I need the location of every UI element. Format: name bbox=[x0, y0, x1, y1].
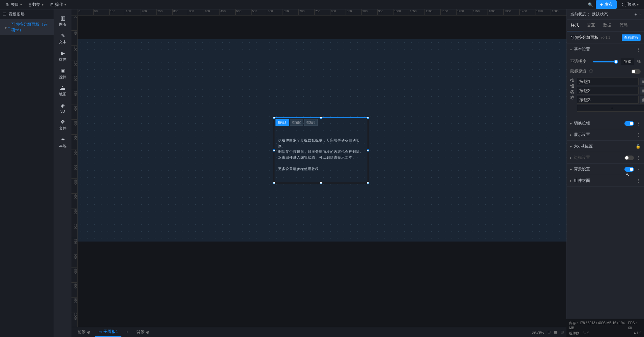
add-button[interactable]: + bbox=[577, 105, 644, 112]
grid-toggle-icon[interactable]: ⊞ bbox=[561, 330, 564, 334]
widget-tab-3[interactable]: 按钮3 bbox=[304, 119, 318, 126]
canvas-content[interactable]: 按钮1 按钮2 按钮3 该组件由多个分组面板组成，可实现手动或自动切换。 删除某… bbox=[78, 39, 566, 242]
section-size-position[interactable]: ▸ 大小&位置 🔒 bbox=[567, 141, 644, 152]
footer-tab-label: 子看板1 bbox=[104, 329, 118, 335]
slider-thumb[interactable] bbox=[614, 60, 618, 64]
tool-3d[interactable]: ◈ 3D bbox=[54, 100, 71, 116]
more-icon[interactable]: ⋮ bbox=[636, 132, 641, 138]
canvas-viewport[interactable]: 0501001502002503003504004505005506006507… bbox=[71, 9, 566, 327]
properties-panel: 当前状态： 默认状态 + › 样式 交互 数据 代码 可切换分组面板 v0.1.… bbox=[566, 9, 644, 337]
background-toggle[interactable] bbox=[624, 167, 634, 172]
tool-local[interactable]: ✦ 本地 bbox=[54, 134, 71, 151]
resize-handle-e[interactable] bbox=[367, 149, 369, 151]
resize-handle-ne[interactable] bbox=[367, 117, 369, 119]
ruler-horizontal: 0501001502002503003504004505005506006507… bbox=[78, 9, 566, 16]
footer-tab-add[interactable]: + bbox=[123, 329, 132, 336]
mouse-through-row: 鼠标穿透 ⓘ bbox=[570, 68, 641, 74]
menu-data[interactable]: ⌸ 数据 ▾ bbox=[26, 1, 46, 8]
menu-operation[interactable]: ⊞ 操作 ▾ bbox=[48, 1, 69, 8]
button-name-input-2[interactable] bbox=[577, 87, 639, 94]
plus-circle-icon[interactable]: ⊕ bbox=[87, 330, 90, 335]
menu-project[interactable]: 🗎 项目 ▾ bbox=[3, 1, 25, 8]
footer-tab-foreground[interactable]: 前景 ⊕ bbox=[74, 328, 94, 336]
button-name-input-1[interactable] bbox=[577, 78, 639, 85]
file-icon: 🗎 bbox=[5, 2, 9, 7]
opacity-input[interactable] bbox=[621, 58, 634, 65]
section-label: 边框设置 bbox=[574, 155, 590, 161]
delete-button-1[interactable]: 🗑 bbox=[640, 78, 644, 85]
more-icon[interactable]: ⋮ bbox=[636, 121, 641, 126]
footer-tab-background[interactable]: 背景 ⊕ bbox=[133, 328, 153, 336]
section-background[interactable]: ▸ 背景设置 ⋮ bbox=[567, 164, 644, 175]
help-icon[interactable]: ⓘ bbox=[589, 68, 593, 74]
resize-handle-nw[interactable] bbox=[273, 117, 275, 119]
preview-button[interactable]: ⛶ 预览 ▾ bbox=[619, 0, 641, 9]
tool-text[interactable]: ✎ 文本 bbox=[54, 30, 71, 47]
widget-tab-2[interactable]: 按钮2 bbox=[290, 119, 303, 126]
more-icon[interactable]: ⋮ bbox=[636, 167, 641, 172]
section-switch-button[interactable]: ▸ 切换按钮 ⋮ bbox=[567, 118, 644, 129]
chevron-right-icon: ▸ bbox=[570, 179, 572, 182]
widget-tabs: 按钮1 按钮2 按钮3 bbox=[274, 118, 368, 127]
delete-button-2[interactable]: 🗑 bbox=[640, 87, 644, 94]
top-menu-right: 🔍 ✈ 发布 ⛶ 预览 ▾ bbox=[588, 0, 641, 9]
mouse-through-toggle[interactable] bbox=[631, 69, 641, 74]
hint-line-4: 更多设置请参考使用教程。 bbox=[278, 166, 364, 172]
chevron-right-icon[interactable]: › bbox=[640, 12, 641, 17]
lock-icon[interactable]: 🔒 bbox=[636, 144, 641, 149]
ruler-vertical: 0501001502002503003504004505005506006507… bbox=[71, 16, 78, 327]
tutorial-button[interactable]: 查看教程 bbox=[622, 34, 641, 41]
props-tab-style[interactable]: 样式 bbox=[567, 20, 583, 31]
opacity-slider[interactable] bbox=[593, 61, 618, 62]
tool-chart[interactable]: ▥ 图表 bbox=[54, 12, 71, 30]
more-icon[interactable]: ⋮ bbox=[636, 47, 641, 52]
send-icon: ✈ bbox=[600, 2, 603, 7]
resize-handle-n[interactable] bbox=[320, 117, 322, 119]
resize-handle-w[interactable] bbox=[273, 149, 275, 151]
fit-icon[interactable]: ⊡ bbox=[548, 330, 551, 334]
widget-tab-1[interactable]: 按钮1 bbox=[275, 119, 289, 126]
border-toggle[interactable] bbox=[624, 156, 634, 160]
resize-handle-sw[interactable] bbox=[273, 182, 275, 184]
preview-label: 预览 bbox=[627, 2, 636, 7]
props-tab-code[interactable]: 代码 bbox=[615, 20, 632, 31]
section-border[interactable]: ▸ 边框设置 ⋮ bbox=[567, 152, 644, 164]
opacity-row: 不透明度 % bbox=[570, 58, 641, 65]
ruler-corner bbox=[71, 9, 78, 16]
footer-tab-label: 前景 bbox=[78, 329, 86, 335]
section-basic-settings[interactable]: ▾ 基本设置 ⋮ bbox=[567, 44, 644, 55]
tool-map[interactable]: ⛰ 地图 bbox=[54, 82, 71, 100]
trash-icon: 🗑 bbox=[642, 97, 644, 102]
button-name-item-1: 🗑 bbox=[577, 78, 644, 85]
selected-widget-tab-panel[interactable]: 按钮1 按钮2 按钮3 该组件由多个分组面板组成，可实现手动或自动切换。 删除某… bbox=[274, 117, 368, 183]
switch-button-toggle[interactable] bbox=[624, 121, 634, 126]
canvas-workspace[interactable]: 按钮1 按钮2 按钮3 该组件由多个分组面板组成，可实现手动或自动切换。 删除某… bbox=[78, 16, 566, 327]
chevron-right-icon: ▸ bbox=[570, 167, 572, 171]
button-name-input-3[interactable] bbox=[577, 96, 639, 104]
monitor-icon: ▭ bbox=[98, 330, 102, 334]
resize-handle-s[interactable] bbox=[320, 182, 322, 184]
props-tab-interact[interactable]: 交互 bbox=[583, 20, 599, 31]
tool-label: 地图 bbox=[59, 92, 66, 97]
tool-media[interactable]: ▶ 媒体 bbox=[54, 47, 71, 65]
resize-handle-se[interactable] bbox=[367, 182, 369, 184]
section-label: 背景设置 bbox=[574, 166, 590, 172]
publish-button[interactable]: ✈ 发布 bbox=[596, 0, 617, 9]
status-bar: 内存：178 / 3913 / 4096 MB 16 / 194 MB FPS：… bbox=[566, 319, 644, 337]
tool-kit[interactable]: ❖ 套件 bbox=[54, 116, 71, 134]
tool-control[interactable]: ▣ 控件 bbox=[54, 65, 71, 82]
plus-icon[interactable]: + bbox=[635, 12, 637, 17]
layer-item-tab-panel[interactable]: ▸ ▫ 可切换分组面板（选项卡） bbox=[0, 20, 54, 35]
more-icon[interactable]: ⋮ bbox=[636, 178, 641, 184]
props-tab-data[interactable]: 数据 bbox=[599, 20, 615, 31]
plus-circle-icon[interactable]: ⊕ bbox=[146, 330, 149, 335]
layout-icon[interactable]: ▦ bbox=[554, 330, 557, 334]
section-display[interactable]: ▸ 展示设置 ⋮ bbox=[567, 129, 644, 141]
search-icon[interactable]: 🔍 bbox=[588, 2, 593, 7]
section-cover[interactable]: ▸ 组件封面 ⋮ bbox=[567, 175, 644, 187]
delete-button-3[interactable]: 🗑 bbox=[640, 96, 644, 104]
footer-tab-subboard[interactable]: ▭ 子看板1 bbox=[95, 328, 121, 337]
menu-project-label: 项目 bbox=[11, 2, 19, 7]
chevron-right-icon: ▸ bbox=[5, 26, 7, 29]
more-icon[interactable]: ⋮ bbox=[636, 155, 641, 161]
